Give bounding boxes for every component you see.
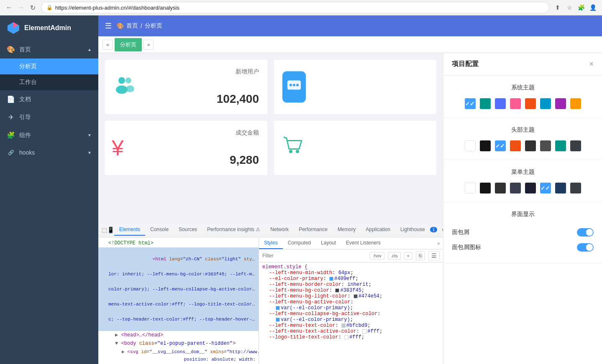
header-color-red[interactable] [510, 140, 521, 151]
header-color-dark2[interactable] [540, 140, 551, 151]
stat-card-users: 新增用户 102,400 [105, 60, 267, 114]
header-color-teal[interactable] [555, 140, 566, 151]
hamburger-icon[interactable]: ☰ [105, 21, 112, 31]
css-prop-1: --left-menu-min-width: 64px; [262, 270, 440, 276]
filter-add-button[interactable]: + [404, 252, 412, 260]
filter-input[interactable] [262, 253, 366, 259]
devtools-mobile-button[interactable]: 📱 [107, 225, 114, 235]
money-icon: ¥ [112, 135, 124, 160]
system-color-pink[interactable] [510, 98, 521, 109]
devtools-tab-performance[interactable]: Performance [294, 224, 333, 236]
sidebar-item-hooks[interactable]: 🔗 hooks ▼ [0, 144, 98, 161]
devtools-badge: 1 [430, 227, 438, 232]
breadcrumb-icon-toggle-label: 面包屑图标 [452, 244, 481, 251]
system-color-cyan[interactable] [540, 98, 551, 109]
styles-panel-controls: » [435, 237, 443, 249]
home-submenu: 分析页 工作台 [0, 59, 98, 90]
users-icon [113, 74, 135, 100]
tab-arrow-right[interactable]: » [143, 40, 154, 50]
system-color-teal[interactable] [480, 98, 491, 109]
address-bar[interactable]: 🔒 https://element-plus-admin.cn/#/dashbo… [41, 2, 549, 13]
styles-tab-styles[interactable]: Styles [259, 237, 283, 249]
filter-cls-button[interactable]: .cls [388, 252, 401, 260]
header-theme-colors: ✓ [452, 140, 594, 151]
color-swatch-active [276, 306, 280, 310]
devtools-tab-application[interactable]: Application [361, 224, 395, 236]
sidebar-item-components[interactable]: 🧩 组件 ▼ [0, 126, 98, 144]
header-color-blue[interactable]: ✓ [495, 140, 506, 151]
header-color-blue-check: ✓ [495, 143, 500, 149]
menu-color-slate[interactable] [510, 183, 521, 193]
interface-display-title: 界面显示 [452, 211, 594, 218]
devtools-tab-performance-insights[interactable]: Performance insights ⚠ [202, 224, 265, 236]
styles-panel: Styles Computed Layout Event Listeners » [259, 237, 443, 364]
extensions-button[interactable]: 🧩 [576, 3, 586, 13]
breadcrumb-icon-toggle[interactable] [577, 243, 594, 252]
html-line-html[interactable]: <html lang="zh-CN" class="light" style="… [98, 247, 259, 331]
filter-hov-button[interactable]: :hov [370, 252, 384, 260]
menu-theme-colors: ✓ [452, 183, 594, 193]
header-color-dark1[interactable] [525, 140, 536, 151]
header-color-black[interactable] [480, 140, 491, 151]
star-button[interactable]: ☆ [564, 3, 574, 13]
styles-tab-computed[interactable]: Computed [283, 237, 316, 249]
system-color-indigo[interactable] [495, 98, 506, 109]
profile-button[interactable]: 👤 [588, 3, 598, 13]
devtools-inspect-button[interactable]: ⬚ [102, 225, 107, 235]
menu-color-white[interactable] [465, 183, 476, 193]
sidebar-item-home[interactable]: 🎨 首页 ▲ [0, 41, 98, 59]
color-swatch-text-active [362, 329, 366, 333]
devtools-tab-lighthouse[interactable]: Lighthouse [395, 224, 430, 236]
svg-point-13 [296, 150, 299, 153]
header-theme-title: 头部主题 [452, 126, 594, 134]
sidebar-menu: 🎨 首页 ▲ 分析页 工作台 📄 文档 ✈ 引导 [0, 41, 98, 364]
sidebar-item-workbench[interactable]: 工作台 [0, 74, 98, 90]
breadcrumb-toggle[interactable] [577, 228, 594, 237]
color-swatch-primary [329, 277, 333, 281]
share-button[interactable]: ⬆ [553, 3, 563, 13]
back-button[interactable]: ← [4, 3, 14, 13]
devtools-tab-sources[interactable]: Sources [174, 224, 202, 236]
svg-point-10 [296, 84, 299, 87]
color-swatch-text [341, 323, 346, 328]
breadcrumb-home-icon: 🎨 [117, 23, 124, 29]
color-swatch-collapse [276, 318, 280, 322]
menu-color-dark2[interactable] [525, 183, 536, 193]
devtools-tab-elements[interactable]: Elements [114, 224, 145, 236]
cart-icon [282, 135, 304, 161]
header-color-dark3[interactable] [570, 140, 581, 151]
filter-copy-button[interactable]: ⎘ [416, 251, 425, 260]
menu-color-dark1[interactable] [495, 183, 506, 193]
filter-format-button[interactable]: ☰ [428, 251, 440, 260]
forward-button[interactable]: → [16, 3, 26, 13]
styles-expand-button[interactable]: » [435, 240, 441, 247]
sidebar-item-docs[interactable]: 📄 文档 [0, 90, 98, 108]
menu-color-black[interactable] [480, 183, 491, 193]
styles-tab-event-listeners[interactable]: Event Listeners [341, 237, 386, 249]
styles-tab-layout[interactable]: Layout [316, 237, 341, 249]
hooks-arrow-icon: ▼ [87, 150, 92, 155]
system-theme-colors: ✓ [452, 98, 594, 109]
menu-color-dark3[interactable] [570, 183, 581, 193]
sidebar-item-guide[interactable]: ✈ 引导 [0, 108, 98, 126]
header-color-white[interactable] [465, 140, 476, 151]
menu-color-blue[interactable]: ✓ [540, 183, 551, 193]
panel-close-button[interactable]: × [589, 60, 594, 69]
system-color-amber[interactable] [570, 98, 581, 109]
devtools-tab-memory[interactable]: Memory [333, 224, 361, 236]
components-arrow-icon: ▼ [87, 133, 92, 137]
devtools-tab-network[interactable]: Network [265, 224, 294, 236]
devtools-settings-button[interactable]: ⚙ [439, 225, 443, 235]
svg-point-5 [126, 78, 131, 84]
system-color-blue[interactable]: ✓ [465, 98, 476, 109]
sidebar-item-analysis[interactable]: 分析页 [0, 59, 98, 74]
stat-card-revenue: 成交金额 ¥ 9,280 [105, 121, 267, 175]
system-color-purple[interactable] [555, 98, 566, 109]
menu-color-navy[interactable] [555, 183, 566, 193]
tab-analysis[interactable]: 分析页 [115, 38, 142, 51]
system-color-orange-red[interactable] [525, 98, 536, 109]
tab-arrow-left[interactable]: « [102, 40, 113, 50]
devtools-tab-console[interactable]: Console [145, 224, 174, 236]
reload-button[interactable]: ↻ [28, 3, 38, 13]
components-label: 组件 [19, 132, 83, 139]
